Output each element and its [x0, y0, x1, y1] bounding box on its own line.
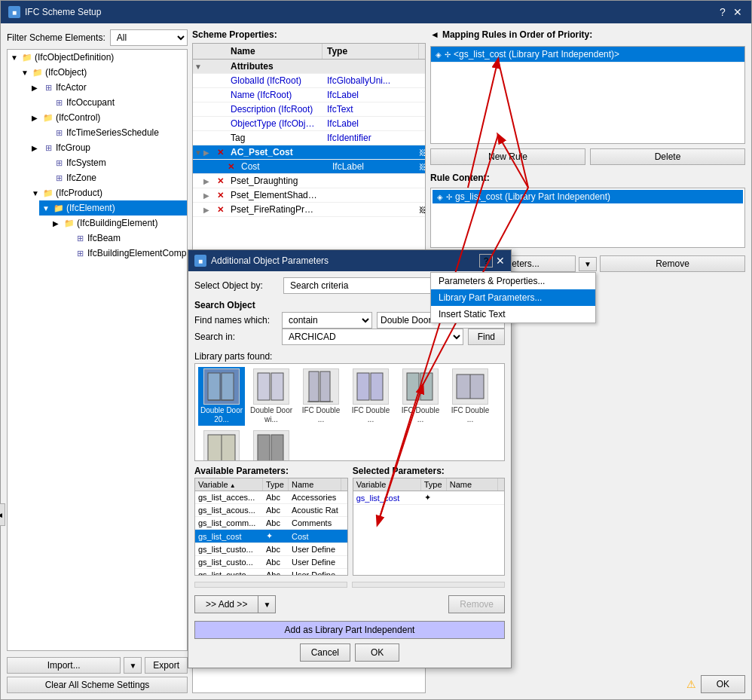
modal-actions: >> Add >> ▼ Remove	[194, 592, 505, 613]
attr-globalid-row[interactable]: GlobalId (IfcRoot) IfcGloballyUni...	[193, 74, 425, 88]
pset-ac-cost-row[interactable]: ▼ ▶ ✕ AC_Pset_Cost ⛓	[193, 145, 425, 160]
library-name-4: IFC Double ...	[399, 406, 442, 424]
tree-item-ifc-element[interactable]: ▼ 📁 (IfcElement)	[39, 200, 187, 216]
avail-row-6[interactable]: gs_list_custo... Abc User Define	[195, 569, 347, 576]
attr-tag-row[interactable]: Tag IfcIdentifier	[193, 131, 425, 145]
help-button[interactable]: ?	[717, 6, 729, 18]
library-item-4[interactable]: IFC Double ...	[397, 367, 444, 426]
find-button[interactable]: Find	[468, 329, 505, 345]
col-header-type: Type	[323, 44, 419, 59]
rule-content-arrow: ✢	[446, 193, 452, 201]
left-bottom: Import... ▼ Export Clear All Scheme Sett…	[7, 657, 188, 693]
ok-button[interactable]: OK	[701, 675, 745, 693]
modal-help-button[interactable]: ?	[479, 254, 493, 267]
panel-collapse-btn[interactable]: ◄	[0, 503, 5, 526]
class-icon: ⊞	[53, 96, 65, 109]
rule-content-item[interactable]: ◈ ✢ gs_list_cost (Library Part Independe…	[433, 190, 743, 203]
tree-item-ifc-beam[interactable]: ⊞ IfcBeam	[60, 231, 187, 246]
pset-firerating-row[interactable]: ▶ ✕ Pset_FireRatingProperties ⛓	[193, 203, 425, 217]
attributes-group-row[interactable]: ▼ Attributes	[193, 60, 425, 74]
import-button[interactable]: Import...	[7, 657, 121, 674]
menu-item-library-part[interactable]: Library Part Parameters...	[431, 289, 595, 306]
tree-item-ifc-group[interactable]: ▶ ⊞ IfcGroup	[29, 140, 187, 155]
tree-item-ifc-zone[interactable]: ⊞ IfcZone	[39, 170, 187, 185]
tree-item-ifc-product[interactable]: ▼ 📁 (IfcProduct)	[29, 185, 187, 200]
attr-name-row[interactable]: Name (IfcRoot) IfcLabel	[193, 88, 425, 102]
warning-icon: ⚠	[686, 678, 696, 690]
search-in-dropdown[interactable]: ARCHICAD All Libraries	[282, 329, 463, 345]
library-item-6[interactable]: IFC Double ...	[198, 429, 245, 461]
attr-description-row[interactable]: Description (IfcRoot) IfcText	[193, 102, 425, 117]
library-item-0[interactable]: Double Door 20...	[198, 367, 245, 426]
rule-content-icon: ◈	[437, 193, 443, 201]
class-icon: ⊞	[53, 172, 65, 184]
select-object-label: Select Object by:	[194, 280, 277, 291]
modal-title-text: Additional Object Parameters	[211, 255, 329, 266]
export-button[interactable]: Export	[145, 657, 188, 674]
add-dropdown-button[interactable]: ▼	[258, 595, 276, 613]
tree-item-ifc-timeseries[interactable]: ⊞ IfcTimeSeriesSchedule	[39, 125, 187, 140]
class-icon: ⊞	[42, 142, 54, 154]
mapping-rule-item[interactable]: ◈ ✢ <gs_list_cost (Library Part Independ…	[431, 47, 744, 63]
library-thumb-0	[203, 368, 240, 405]
pset-elementshading-row[interactable]: ▶ ✕ Pset_ElementShading	[193, 188, 425, 203]
main-window: ■ IFC Scheme Setup ? ✕ Filter Scheme Ele…	[0, 0, 752, 700]
menu-item-params-properties[interactable]: Parameters & Properties...	[431, 273, 595, 289]
menu-item-static-text[interactable]: Insert Static Text	[431, 306, 595, 322]
sel-row-0[interactable]: gs_list_cost ✦	[353, 491, 504, 505]
library-item-7[interactable]: Metal Double ...	[248, 429, 295, 461]
import-dropdown-btn[interactable]: ▼	[124, 657, 142, 674]
modal-remove-button[interactable]: Remove	[448, 595, 505, 613]
library-name-1: Double Door wi...	[249, 406, 293, 424]
new-rule-button[interactable]: New Rule	[430, 148, 585, 165]
find-names-label: Find names which:	[194, 315, 277, 326]
tree-item-ifc-control[interactable]: ▶ 📁 (IfcControl)	[29, 110, 187, 125]
library-item-2[interactable]: IFC Double ...	[298, 367, 344, 426]
tree-item-ifc-object-def[interactable]: ▼ 📁 (IfcObjectDefinition)	[8, 50, 187, 65]
app-icon: ■	[8, 6, 20, 18]
modal-cancel-button[interactable]: Cancel	[300, 643, 350, 662]
library-item-1[interactable]: Double Door wi...	[248, 367, 295, 426]
avail-row-1[interactable]: gs_list_acous... Abc Acoustic Rat	[195, 504, 347, 517]
avail-row-2[interactable]: gs_list_comm... Abc Comments	[195, 517, 347, 530]
library-item-3[interactable]: IFC Double ...	[347, 367, 394, 426]
x-icon: ✕	[214, 191, 226, 200]
attr-objecttype-row[interactable]: ObjectType (IfcObject) IfcLabel	[193, 117, 425, 131]
avail-row-0[interactable]: gs_list_acces... Abc Accessories	[195, 491, 347, 504]
scheme-properties-title: Scheme Properties:	[192, 29, 426, 40]
library-name-0: Double Door 20...	[200, 406, 243, 424]
filter-select[interactable]: All	[110, 29, 188, 46]
tree-item-ifc-object[interactable]: ▼ 📁 (IfcObject)	[18, 65, 187, 80]
avail-row-3[interactable]: gs_list_cost ✦ Cost	[195, 530, 347, 543]
library-name-5: IFC Double ...	[448, 406, 492, 424]
rule-content-label: gs_list_cost (Library Part Independent)	[455, 191, 610, 202]
tree-item-ifc-occupant[interactable]: ⊞ IfcOccupant	[39, 95, 187, 110]
svg-rect-22	[258, 435, 270, 461]
clear-all-button[interactable]: Clear All Scheme Settings	[7, 677, 188, 693]
find-condition-dropdown[interactable]: contain start with end with equal	[282, 312, 372, 329]
pset-cost-row[interactable]: ✕ Cost IfcLabel ⛓	[193, 160, 425, 174]
folder-icon: 📁	[32, 66, 44, 78]
tree-item-ifc-building-element[interactable]: ▶ 📁 (IfcBuildingElement)	[50, 216, 187, 231]
modal-close-button[interactable]: ✕	[496, 254, 505, 267]
available-params-panel: Available Parameters: Variable Type Name…	[194, 466, 348, 576]
delete-rule-button[interactable]: Delete	[590, 148, 745, 165]
rule-content-box: ◈ ✢ gs_list_cost (Library Part Independe…	[430, 188, 745, 248]
tree-item-ifc-bec[interactable]: ⊞ IfcBuildingElementCompo...	[60, 246, 187, 261]
avail-row-5[interactable]: gs_list_custo... Abc User Define	[195, 556, 347, 569]
close-button[interactable]: ✕	[732, 6, 744, 18]
avail-row-4[interactable]: gs_list_custo... Abc User Define	[195, 543, 347, 556]
remove-button[interactable]: Remove	[600, 255, 745, 272]
tree-item-ifc-system[interactable]: ⊞ IfcSystem	[39, 155, 187, 170]
add-params-dropdown-btn[interactable]: ▼	[579, 257, 597, 271]
library-item-5[interactable]: IFC Double ...	[447, 367, 494, 426]
modal-ok-button[interactable]: OK	[355, 643, 399, 662]
filter-label: Filter Scheme Elements:	[7, 32, 105, 43]
col-header-name: Name	[226, 44, 323, 59]
class-icon: ⊞	[74, 247, 86, 259]
pset-draughting-row[interactable]: ▶ ✕ Pset_Draughting	[193, 174, 425, 188]
add-library-part-button[interactable]: Add as Library Part Independent	[194, 621, 505, 639]
add-main-button[interactable]: >> Add >>	[194, 595, 258, 613]
library-parts-grid: Double Door 20... Double Door wi...	[194, 363, 505, 461]
tree-item-ifc-actor[interactable]: ▶ ⊞ IfcActor	[29, 80, 187, 95]
